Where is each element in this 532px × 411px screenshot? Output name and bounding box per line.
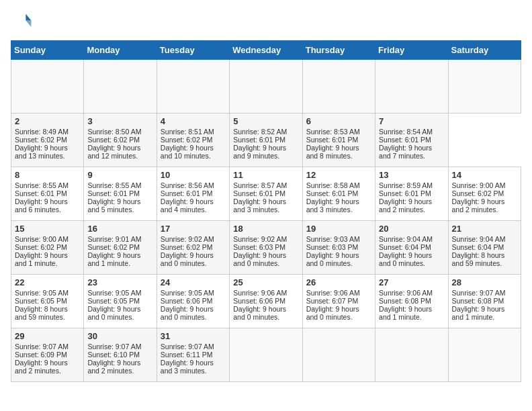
column-header-wednesday: Wednesday — [230, 41, 302, 60]
sunrise-text: Sunrise: 9:05 AM — [87, 289, 152, 297]
sunset-text: Sunset: 6:01 PM — [379, 189, 444, 197]
sunrise-text: Sunrise: 8:53 AM — [306, 128, 371, 136]
calendar-cell: 9Sunrise: 8:55 AMSunset: 6:01 PMDaylight… — [84, 167, 157, 221]
sunrise-text: Sunrise: 8:52 AM — [233, 128, 298, 136]
calendar-cell: 18Sunrise: 9:02 AMSunset: 6:03 PMDayligh… — [230, 221, 302, 275]
calendar-cell: 28Sunrise: 9:07 AMSunset: 6:08 PMDayligh… — [448, 275, 521, 328]
calendar-cell: 27Sunrise: 9:06 AMSunset: 6:08 PMDayligh… — [375, 275, 448, 328]
sunset-text: Sunset: 6:07 PM — [306, 297, 371, 305]
sunset-text: Sunset: 6:02 PM — [452, 189, 517, 197]
calendar-cell: 11Sunrise: 8:57 AMSunset: 6:01 PMDayligh… — [230, 167, 302, 221]
day-number: 27 — [379, 277, 444, 287]
day-number: 19 — [306, 224, 371, 234]
calendar-cell: 24Sunrise: 9:05 AMSunset: 6:06 PMDayligh… — [157, 275, 229, 328]
calendar-cell: 29Sunrise: 9:07 AMSunset: 6:09 PMDayligh… — [11, 328, 84, 382]
daylight-text: Daylight: 9 hours and 2 minutes. — [15, 359, 80, 375]
day-number: 30 — [87, 331, 152, 341]
sunrise-text: Sunrise: 9:01 AM — [87, 235, 152, 243]
sunrise-text: Sunrise: 8:49 AM — [15, 128, 80, 136]
daylight-text: Daylight: 9 hours and 13 minutes. — [15, 144, 80, 160]
sunset-text: Sunset: 6:02 PM — [15, 136, 80, 144]
sunrise-text: Sunrise: 9:07 AM — [161, 342, 226, 351]
day-number: 3 — [87, 116, 152, 126]
calendar-cell: 26Sunrise: 9:06 AMSunset: 6:07 PMDayligh… — [302, 275, 375, 328]
daylight-text: Daylight: 9 hours and 12 minutes. — [87, 144, 152, 160]
calendar-cell: 3Sunrise: 8:50 AMSunset: 6:02 PMDaylight… — [84, 113, 157, 167]
day-number: 12 — [306, 170, 371, 180]
calendar-header-row: SundayMondayTuesdayWednesdayThursdayFrid… — [11, 41, 521, 60]
sunset-text: Sunset: 6:02 PM — [161, 136, 226, 144]
sunset-text: Sunset: 6:03 PM — [233, 243, 298, 251]
sunset-text: Sunset: 6:01 PM — [161, 189, 226, 197]
sunset-text: Sunset: 6:01 PM — [233, 189, 298, 197]
sunrise-text: Sunrise: 9:04 AM — [452, 235, 517, 243]
sunrise-text: Sunrise: 8:59 AM — [379, 181, 444, 189]
calendar-cell: 31Sunrise: 9:07 AMSunset: 6:11 PMDayligh… — [157, 328, 229, 382]
day-number: 15 — [15, 224, 80, 234]
calendar-cell — [375, 60, 448, 113]
column-header-monday: Monday — [84, 41, 157, 60]
calendar-cell: 30Sunrise: 9:07 AMSunset: 6:10 PMDayligh… — [84, 328, 157, 382]
sunset-text: Sunset: 6:01 PM — [15, 189, 80, 197]
calendar-week-row: 22Sunrise: 9:05 AMSunset: 6:05 PMDayligh… — [11, 275, 521, 328]
column-header-friday: Friday — [375, 41, 448, 60]
sunset-text: Sunset: 6:02 PM — [87, 136, 152, 144]
calendar-cell: 2Sunrise: 8:49 AMSunset: 6:02 PMDaylight… — [11, 113, 84, 167]
daylight-text: Daylight: 9 hours and 3 minutes. — [233, 197, 298, 214]
day-number: 6 — [306, 116, 371, 126]
sunrise-text: Sunrise: 9:06 AM — [306, 289, 371, 297]
daylight-text: Daylight: 9 hours and 2 minutes. — [452, 197, 517, 214]
daylight-text: Daylight: 9 hours and 3 minutes. — [161, 359, 226, 375]
calendar-cell — [230, 60, 302, 113]
calendar-cell — [11, 60, 84, 113]
daylight-text: Daylight: 9 hours and 9 minutes. — [233, 144, 298, 160]
calendar-cell: 7Sunrise: 8:54 AMSunset: 6:01 PMDaylight… — [375, 113, 448, 167]
calendar-week-row: 15Sunrise: 9:00 AMSunset: 6:02 PMDayligh… — [11, 221, 521, 275]
sunrise-text: Sunrise: 9:06 AM — [233, 289, 298, 297]
calendar-cell: 8Sunrise: 8:55 AMSunset: 6:01 PMDaylight… — [11, 167, 84, 221]
sunrise-text: Sunrise: 9:02 AM — [233, 235, 298, 243]
daylight-text: Daylight: 9 hours and 6 minutes. — [15, 197, 80, 214]
calendar-cell: 17Sunrise: 9:02 AMSunset: 6:02 PMDayligh… — [157, 221, 229, 275]
daylight-text: Daylight: 9 hours and 7 minutes. — [379, 144, 444, 160]
sunrise-text: Sunrise: 9:00 AM — [452, 181, 517, 189]
sunrise-text: Sunrise: 9:03 AM — [306, 235, 371, 243]
sunrise-text: Sunrise: 8:51 AM — [161, 128, 226, 136]
calendar-week-row — [11, 60, 521, 113]
calendar-cell: 4Sunrise: 8:51 AMSunset: 6:02 PMDaylight… — [157, 113, 229, 167]
daylight-text: Daylight: 9 hours and 10 minutes. — [161, 144, 226, 160]
day-number: 7 — [379, 116, 444, 126]
calendar-cell: 16Sunrise: 9:01 AMSunset: 6:02 PMDayligh… — [84, 221, 157, 275]
daylight-text: Daylight: 9 hours and 2 minutes. — [87, 359, 152, 375]
daylight-text: Daylight: 9 hours and 0 minutes. — [161, 305, 226, 321]
column-header-saturday: Saturday — [448, 41, 521, 60]
calendar-cell: 13Sunrise: 8:59 AMSunset: 6:01 PMDayligh… — [375, 167, 448, 221]
sunrise-text: Sunrise: 9:07 AM — [87, 342, 152, 351]
sunset-text: Sunset: 6:06 PM — [233, 297, 298, 305]
day-number: 13 — [379, 170, 444, 180]
calendar-cell: 15Sunrise: 9:00 AMSunset: 6:02 PMDayligh… — [11, 221, 84, 275]
daylight-text: Daylight: 9 hours and 0 minutes. — [306, 251, 371, 267]
calendar-week-row: 2Sunrise: 8:49 AMSunset: 6:02 PMDaylight… — [11, 113, 521, 167]
calendar-cell — [448, 328, 521, 382]
sunrise-text: Sunrise: 8:55 AM — [87, 181, 152, 189]
sunset-text: Sunset: 6:05 PM — [87, 297, 152, 305]
daylight-text: Daylight: 9 hours and 0 minutes. — [233, 251, 298, 267]
sunset-text: Sunset: 6:09 PM — [15, 351, 80, 359]
calendar-cell: 14Sunrise: 9:00 AMSunset: 6:02 PMDayligh… — [448, 167, 521, 221]
day-number: 24 — [161, 277, 226, 287]
calendar-table: SundayMondayTuesdayWednesdayThursdayFrid… — [11, 40, 521, 382]
calendar-cell: 20Sunrise: 9:04 AMSunset: 6:04 PMDayligh… — [375, 221, 448, 275]
sunrise-text: Sunrise: 9:00 AM — [15, 235, 80, 243]
sunrise-text: Sunrise: 8:55 AM — [15, 181, 80, 189]
sunset-text: Sunset: 6:01 PM — [379, 136, 444, 144]
sunrise-text: Sunrise: 9:07 AM — [15, 342, 80, 351]
daylight-text: Daylight: 9 hours and 8 minutes. — [306, 144, 371, 160]
sunrise-text: Sunrise: 9:06 AM — [379, 289, 444, 297]
sunset-text: Sunset: 6:04 PM — [452, 243, 517, 251]
calendar-cell: 10Sunrise: 8:56 AMSunset: 6:01 PMDayligh… — [157, 167, 229, 221]
daylight-text: Daylight: 9 hours and 1 minute. — [15, 251, 80, 267]
sunset-text: Sunset: 6:01 PM — [306, 189, 371, 197]
day-number: 4 — [161, 116, 226, 126]
sunset-text: Sunset: 6:11 PM — [161, 351, 226, 359]
